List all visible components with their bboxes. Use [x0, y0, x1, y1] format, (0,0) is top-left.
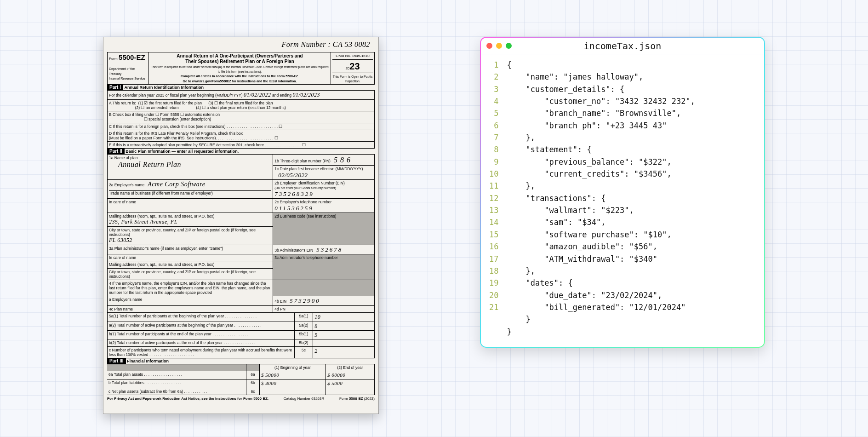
assets-begin: $ 50000 — [261, 372, 279, 378]
code-window: incomeTax.json 1 2 3 4 5 6 7 8 9 10 11 1… — [480, 37, 765, 348]
handwritten-form-number: Form Number : CA 53 0082 — [281, 40, 370, 49]
mailing-address: 235, Park Street Avenue, FL — [109, 218, 177, 225]
assets-end: $ 60000 — [327, 372, 345, 378]
terminated-participants: 2 — [314, 348, 318, 354]
window-titlebar: incomeTax.json — [481, 38, 764, 54]
plan-year-begin: 01/02/2022 — [244, 92, 271, 98]
active-participants-begin: 8 — [314, 323, 318, 329]
liab-begin: $ 4000 — [261, 380, 276, 386]
plan-effective-date: 02/05/2022 — [274, 172, 308, 178]
prev-ein: 5732900 — [290, 297, 320, 304]
liab-end: $ 5000 — [327, 380, 343, 386]
part-ii-heading: Part II Basic Plan Information — enter a… — [107, 149, 375, 154]
form-header: Form 5500-EZ Department of the Treasury … — [107, 52, 375, 85]
employer-name: Acme Corp Software — [148, 181, 205, 188]
plan-name: Annual Return Plan — [109, 161, 181, 168]
line-numbers: 1 2 3 4 5 6 7 8 9 10 11 12 13 14 15 16 1… — [489, 59, 507, 338]
employer-phone: 011536259 — [274, 205, 314, 212]
city-state-zip: FL 63052 — [109, 237, 132, 243]
chk-amended: (2) ☐ an amended return — [135, 105, 179, 110]
chk-final-return: (3) ☐ the final return filed for the pla… — [208, 101, 273, 105]
form-title: Annual Return of A One-Participant (Owne… — [177, 53, 303, 64]
form-footer: For Privacy Act and Paperwork Reduction … — [107, 395, 375, 401]
tax-form-document: Form Number : CA 53 0082 Form 5500-EZ De… — [103, 37, 379, 414]
plan-year-end: 01/02/2023 — [292, 92, 320, 98]
code-content: { "name": "james halloway", "customer_de… — [507, 59, 695, 338]
part-iii-heading: Part III Financial Information — [107, 358, 375, 364]
chk-short-year: (4) ☐ a short plan year return (less tha… — [196, 105, 286, 110]
admin-ein: 532678 — [316, 246, 343, 253]
code-editor: 1 2 3 4 5 6 7 8 9 10 11 12 13 14 15 16 1… — [481, 54, 764, 347]
participants-begin: 10 — [314, 314, 320, 320]
window-title: incomeTax.json — [481, 40, 764, 52]
plan-number: 586 — [334, 156, 353, 164]
part-i-heading: Part I Annual Return Identification Info… — [107, 85, 375, 90]
participants-end: 5 — [314, 332, 318, 338]
ein: 735268329 — [274, 190, 314, 197]
form-year: 23 — [349, 61, 360, 71]
chk-first-return: (1) ☑ the first return filed for the pla… — [138, 101, 202, 105]
